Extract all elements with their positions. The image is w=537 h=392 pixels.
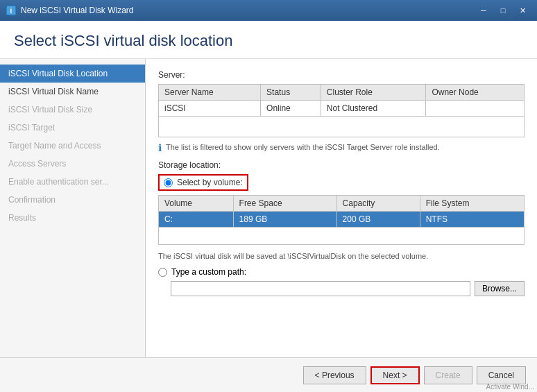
sidebar-item-iscsi-virtual-disk-name[interactable]: iSCSI Virtual Disk Name	[0, 83, 145, 101]
info-icon: ℹ	[158, 142, 162, 153]
custom-path-row: Type a custom path:	[158, 267, 525, 277]
volume-table-row[interactable]: C: 189 GB 200 GB NTFS	[159, 212, 525, 228]
volume-table: Volume Free Space Capacity File System C…	[158, 195, 525, 245]
custom-path-input-row: Browse...	[158, 281, 525, 296]
save-path-text: The iSCSI virtual disk will be saved at …	[158, 252, 525, 260]
select-by-volume-label[interactable]: Select by volume:	[177, 178, 243, 187]
sidebar-item-iscsi-target: iSCSI Target	[0, 119, 145, 137]
select-by-volume-radio[interactable]	[164, 178, 173, 187]
footer: < Previous Next > Create Cancel	[0, 357, 537, 392]
cancel-button[interactable]: Cancel	[477, 366, 526, 384]
main-window: Select iSCSI virtual disk location iSCSI…	[0, 21, 537, 392]
volume-header-capacity: Capacity	[336, 196, 420, 212]
sidebar-item-confirmation: Confirmation	[0, 191, 145, 209]
storage-location-label: Storage location:	[158, 160, 525, 170]
title-bar-controls: ─ □ ✕	[475, 3, 531, 17]
filesystem-cell: NTFS	[420, 212, 524, 228]
browse-button[interactable]: Browse...	[475, 281, 525, 296]
window-header: Select iSCSI virtual disk location	[0, 21, 537, 59]
info-text-container: ℹ The list is filtered to show only serv…	[158, 143, 525, 153]
server-table-header-owner: Owner Node	[426, 85, 525, 101]
volume-header-volume: Volume	[159, 196, 234, 212]
capacity-cell: 200 GB	[336, 212, 420, 228]
server-name-cell: iSCSI	[159, 101, 261, 117]
sidebar-item-results: Results	[0, 209, 145, 227]
select-by-volume-radio-container[interactable]: Select by volume:	[158, 174, 248, 191]
sidebar-item-iscsi-virtual-disk-size: iSCSI Virtual Disk Size	[0, 101, 145, 119]
info-text: The list is filtered to show only server…	[166, 143, 440, 151]
custom-path-radio[interactable]	[158, 268, 167, 277]
wizard-icon: i	[6, 5, 17, 16]
sidebar: iSCSI Virtual Disk Location iSCSI Virtua…	[0, 59, 146, 357]
custom-path-label[interactable]: Type a custom path:	[171, 267, 246, 277]
server-cluster-cell: Not Clustered	[321, 101, 426, 117]
svg-text:i: i	[10, 7, 12, 15]
server-owner-cell	[426, 101, 525, 117]
free-space-cell: 189 GB	[233, 212, 336, 228]
main-panel: Server: Server Name Status Cluster Role …	[146, 59, 537, 357]
content-area: iSCSI Virtual Disk Location iSCSI Virtua…	[0, 59, 537, 357]
watermark: Activate Wind...	[486, 383, 534, 391]
title-bar-title: New iSCSI Virtual Disk Wizard	[21, 6, 133, 15]
next-button[interactable]: Next >	[370, 366, 420, 384]
table-row[interactable]: iSCSI Online Not Clustered	[159, 101, 525, 117]
volume-header-free: Free Space	[233, 196, 336, 212]
volume-cell: C:	[159, 212, 234, 228]
select-by-volume-row: Select by volume:	[158, 174, 525, 191]
maximize-button[interactable]: □	[494, 3, 512, 17]
custom-path-input[interactable]	[171, 281, 470, 296]
sidebar-item-iscsi-virtual-disk-location[interactable]: iSCSI Virtual Disk Location	[0, 65, 145, 83]
server-table-header-status: Status	[261, 85, 321, 101]
title-bar: i New iSCSI Virtual Disk Wizard ─ □ ✕	[0, 0, 537, 21]
sidebar-item-target-name-and-access: Target Name and Access	[0, 137, 145, 155]
server-table-header-cluster: Cluster Role	[321, 85, 426, 101]
page-title: Select iSCSI virtual disk location	[14, 32, 523, 50]
minimize-button[interactable]: ─	[475, 3, 493, 17]
sidebar-item-access-servers: Access Servers	[0, 155, 145, 173]
server-label: Server:	[158, 70, 525, 80]
server-table-header-name: Server Name	[159, 85, 261, 101]
server-status-cell: Online	[261, 101, 321, 117]
sidebar-item-enable-authentication: Enable authentication ser...	[0, 173, 145, 191]
previous-button[interactable]: < Previous	[303, 366, 366, 384]
storage-section: Storage location: Select by volume: Volu…	[158, 160, 525, 296]
server-table: Server Name Status Cluster Role Owner No…	[158, 84, 525, 137]
volume-header-filesystem: File System	[420, 196, 524, 212]
create-button[interactable]: Create	[424, 366, 472, 384]
close-button[interactable]: ✕	[513, 3, 531, 17]
title-bar-left: i New iSCSI Virtual Disk Wizard	[6, 5, 133, 16]
